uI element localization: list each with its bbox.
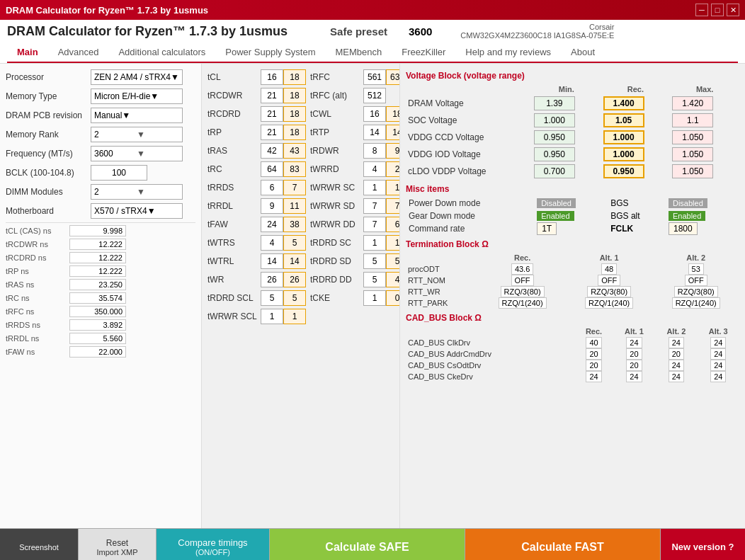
bgs-alt-button[interactable]: Enabled: [669, 211, 705, 221]
timing-v1-l12[interactable]: 5: [261, 290, 283, 306]
motherboard-dropdown[interactable]: X570 / sTRX4▼: [91, 203, 183, 219]
tab-additional[interactable]: Additional calculators: [108, 42, 215, 62]
calculate-fast-button[interactable]: Calculate FAST: [465, 529, 660, 560]
timing-v1-l4[interactable]: 42: [261, 143, 283, 159]
calculate-safe-button[interactable]: Calculate SAFE: [269, 529, 465, 560]
timing-v2-r8[interactable]: 6: [386, 217, 400, 232]
timing-v2-r3[interactable]: 14: [386, 125, 400, 140]
volt-rec-4[interactable]: [603, 164, 644, 178]
timing-v2-r2[interactable]: 18: [386, 106, 400, 122]
minimize-button[interactable]: ─: [695, 4, 708, 16]
memory-type-dropdown[interactable]: Micron E/H-die▼: [91, 88, 183, 104]
timing-v2-r11[interactable]: 4: [386, 272, 400, 287]
timing-v1-l0[interactable]: 16: [261, 69, 283, 85]
volt-max-3[interactable]: [672, 147, 713, 161]
timing-v2-l11[interactable]: 26: [283, 272, 306, 287]
tab-power-supply[interactable]: Power Supply System: [215, 42, 325, 62]
dimm-dropdown[interactable]: 2 ▼: [91, 184, 183, 200]
memory-rank-dropdown[interactable]: 2 ▼: [91, 127, 183, 142]
volt-min-4[interactable]: [534, 164, 575, 178]
tab-help[interactable]: Help and my reviews: [455, 42, 561, 62]
timing-v2-l8[interactable]: 38: [283, 217, 306, 232]
gear-down-button[interactable]: Enabled: [537, 211, 574, 221]
volt-max-4[interactable]: [672, 164, 713, 178]
timing-v2-r5[interactable]: 2: [386, 161, 400, 177]
timing-v1-l8[interactable]: 24: [261, 217, 283, 232]
timing-v1-l9[interactable]: 4: [261, 235, 283, 251]
timing-v2-r0[interactable]: 630: [386, 69, 400, 85]
volt-rec-0[interactable]: [603, 96, 644, 110]
timing-v2-l6[interactable]: 7: [283, 180, 306, 195]
timing-v1-l10[interactable]: 14: [261, 253, 283, 269]
timing-v2-l3[interactable]: 18: [283, 125, 306, 140]
timing-v2-r6[interactable]: 1: [386, 180, 400, 195]
timing-v1-r12[interactable]: 1: [363, 290, 386, 306]
timing-v1-r6[interactable]: 1: [363, 180, 386, 195]
bclk-input[interactable]: [91, 165, 147, 181]
volt-min-2[interactable]: [534, 130, 575, 144]
tab-advanced[interactable]: Advanced: [48, 42, 109, 62]
compare-button[interactable]: Compare timings (ON/OFF): [156, 529, 269, 560]
voltage-row: VDDG IOD Voltage: [406, 146, 739, 163]
timing-v1-r0[interactable]: 561: [363, 69, 386, 85]
timing-v2-r9[interactable]: 1: [386, 235, 400, 251]
timing-v1-r2[interactable]: 16: [363, 106, 386, 122]
timing-v2-l12[interactable]: 5: [283, 290, 306, 306]
new-version-button[interactable]: New version ?: [660, 529, 745, 560]
timing-v2-l1[interactable]: 18: [283, 88, 306, 103]
volt-min-0[interactable]: [534, 96, 575, 110]
processor-dropdown[interactable]: ZEN 2 AM4 / sTRX4▼: [91, 69, 183, 85]
timing-v2-r4[interactable]: 9: [386, 143, 400, 159]
timing-v1-r7[interactable]: 7: [363, 198, 386, 214]
volt-min-1[interactable]: [534, 113, 575, 127]
timing-v2-l10[interactable]: 14: [283, 253, 306, 269]
volt-min-3[interactable]: [534, 147, 575, 161]
timing-v1-r8[interactable]: 7: [363, 217, 386, 232]
timing-v2-l2[interactable]: 18: [283, 106, 306, 122]
close-button[interactable]: ✕: [727, 4, 739, 16]
timing-v2-l7[interactable]: 11: [283, 198, 306, 214]
term-alt2-3: RZQ/1(240): [672, 297, 720, 309]
screenshot-button[interactable]: Screenshot: [0, 529, 78, 560]
tab-main[interactable]: Main: [7, 42, 48, 63]
timing-v2-r12[interactable]: 0: [386, 290, 400, 306]
timing-v1-l11[interactable]: 26: [261, 272, 283, 287]
timing-v2-l13[interactable]: 1: [283, 309, 306, 324]
timing-v1-l3[interactable]: 21: [261, 125, 283, 140]
tab-membench[interactable]: MEMbench: [325, 42, 392, 62]
timing-v1-l1[interactable]: 21: [261, 88, 283, 103]
timing-v1-r4[interactable]: 8: [363, 143, 386, 159]
timing-v1-r9[interactable]: 1: [363, 235, 386, 251]
timing-v1-r3[interactable]: 14: [363, 125, 386, 140]
timing-v1-r11[interactable]: 5: [363, 272, 386, 287]
timing-v2-r10[interactable]: 5: [386, 253, 400, 269]
timing-v2-l0[interactable]: 18: [283, 69, 306, 85]
volt-rec-1[interactable]: [603, 113, 644, 127]
timing-v1-r10[interactable]: 5: [363, 253, 386, 269]
reset-import-button[interactable]: Reset Import XMP: [78, 529, 156, 560]
timing-v2-l9[interactable]: 5: [283, 235, 306, 251]
bgs-button[interactable]: Disabled: [669, 198, 707, 208]
timing-v1-r5[interactable]: 4: [363, 161, 386, 177]
volt-rec-2[interactable]: [603, 130, 644, 144]
timing-v1-l6[interactable]: 6: [261, 180, 283, 195]
frequency-dropdown[interactable]: 3600 ▼: [91, 146, 183, 161]
tab-freezkiller[interactable]: FreezKiller: [392, 42, 455, 62]
timing-v2-l5[interactable]: 83: [283, 161, 306, 177]
timing-v2-r7[interactable]: 7: [386, 198, 400, 214]
volt-max-1[interactable]: [672, 113, 713, 127]
timing-v1-l5[interactable]: 64: [261, 161, 283, 177]
maximize-button[interactable]: □: [711, 4, 724, 16]
volt-rec-3[interactable]: [603, 147, 644, 161]
volt-max-0[interactable]: [672, 96, 713, 110]
volt-max-2[interactable]: [672, 130, 713, 144]
term-row: RTT_WR RZQ/3(80) RZQ/3(80) RZQ/3(80): [406, 286, 739, 297]
timing-v1-r1[interactable]: 512: [363, 88, 386, 103]
timing-v1-l13[interactable]: 1: [261, 309, 283, 324]
tab-about[interactable]: About: [561, 42, 605, 62]
dram-pcb-dropdown[interactable]: Manual▼: [91, 108, 183, 123]
timing-v2-l4[interactable]: 43: [283, 143, 306, 159]
timing-v1-l7[interactable]: 9: [261, 198, 283, 214]
timing-v1-l2[interactable]: 21: [261, 106, 283, 122]
power-down-button[interactable]: Disabled: [537, 198, 576, 208]
